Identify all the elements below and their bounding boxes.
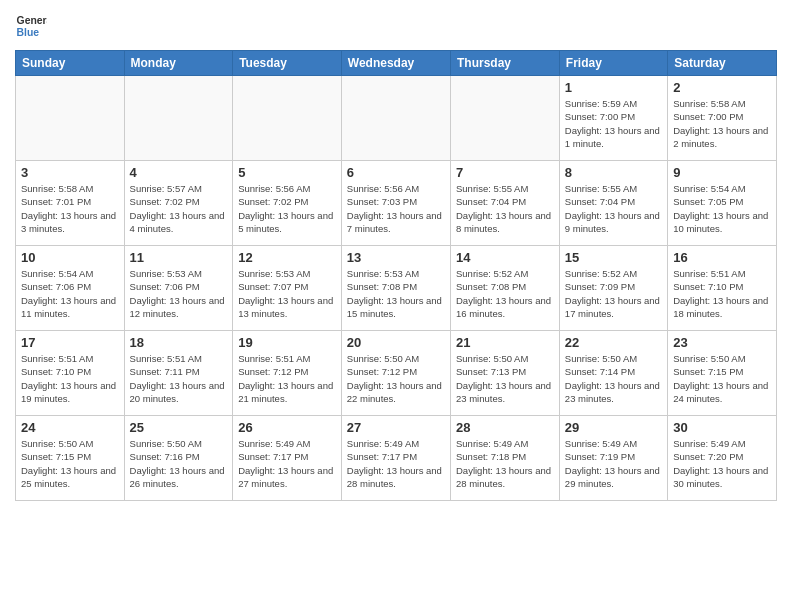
calendar-cell bbox=[233, 76, 342, 161]
day-info: Sunrise: 5:50 AMSunset: 7:12 PMDaylight:… bbox=[347, 352, 445, 405]
day-info: Sunrise: 5:52 AMSunset: 7:09 PMDaylight:… bbox=[565, 267, 662, 320]
day-number: 9 bbox=[673, 165, 771, 180]
day-number: 2 bbox=[673, 80, 771, 95]
calendar-cell: 13Sunrise: 5:53 AMSunset: 7:08 PMDayligh… bbox=[341, 246, 450, 331]
weekday-header-thursday: Thursday bbox=[451, 51, 560, 76]
day-info: Sunrise: 5:51 AMSunset: 7:10 PMDaylight:… bbox=[21, 352, 119, 405]
day-info: Sunrise: 5:50 AMSunset: 7:13 PMDaylight:… bbox=[456, 352, 554, 405]
day-info: Sunrise: 5:51 AMSunset: 7:11 PMDaylight:… bbox=[130, 352, 228, 405]
day-info: Sunrise: 5:49 AMSunset: 7:19 PMDaylight:… bbox=[565, 437, 662, 490]
day-number: 12 bbox=[238, 250, 336, 265]
day-number: 11 bbox=[130, 250, 228, 265]
day-info: Sunrise: 5:51 AMSunset: 7:12 PMDaylight:… bbox=[238, 352, 336, 405]
calendar-cell: 20Sunrise: 5:50 AMSunset: 7:12 PMDayligh… bbox=[341, 331, 450, 416]
calendar-table: SundayMondayTuesdayWednesdayThursdayFrid… bbox=[15, 50, 777, 501]
day-info: Sunrise: 5:59 AMSunset: 7:00 PMDaylight:… bbox=[565, 97, 662, 150]
day-info: Sunrise: 5:56 AMSunset: 7:03 PMDaylight:… bbox=[347, 182, 445, 235]
day-info: Sunrise: 5:51 AMSunset: 7:10 PMDaylight:… bbox=[673, 267, 771, 320]
svg-text:General: General bbox=[17, 15, 47, 26]
calendar-cell: 4Sunrise: 5:57 AMSunset: 7:02 PMDaylight… bbox=[124, 161, 233, 246]
calendar-cell: 28Sunrise: 5:49 AMSunset: 7:18 PMDayligh… bbox=[451, 416, 560, 501]
day-info: Sunrise: 5:50 AMSunset: 7:15 PMDaylight:… bbox=[21, 437, 119, 490]
day-info: Sunrise: 5:54 AMSunset: 7:05 PMDaylight:… bbox=[673, 182, 771, 235]
weekday-header-row: SundayMondayTuesdayWednesdayThursdayFrid… bbox=[16, 51, 777, 76]
day-number: 29 bbox=[565, 420, 662, 435]
weekday-header-saturday: Saturday bbox=[668, 51, 777, 76]
day-number: 23 bbox=[673, 335, 771, 350]
calendar-cell bbox=[341, 76, 450, 161]
calendar-cell: 25Sunrise: 5:50 AMSunset: 7:16 PMDayligh… bbox=[124, 416, 233, 501]
calendar-cell: 23Sunrise: 5:50 AMSunset: 7:15 PMDayligh… bbox=[668, 331, 777, 416]
weekday-header-friday: Friday bbox=[559, 51, 667, 76]
calendar-cell: 30Sunrise: 5:49 AMSunset: 7:20 PMDayligh… bbox=[668, 416, 777, 501]
day-info: Sunrise: 5:54 AMSunset: 7:06 PMDaylight:… bbox=[21, 267, 119, 320]
weekday-header-tuesday: Tuesday bbox=[233, 51, 342, 76]
calendar-cell: 7Sunrise: 5:55 AMSunset: 7:04 PMDaylight… bbox=[451, 161, 560, 246]
calendar-cell: 26Sunrise: 5:49 AMSunset: 7:17 PMDayligh… bbox=[233, 416, 342, 501]
calendar-cell bbox=[124, 76, 233, 161]
day-info: Sunrise: 5:49 AMSunset: 7:20 PMDaylight:… bbox=[673, 437, 771, 490]
day-number: 8 bbox=[565, 165, 662, 180]
day-number: 27 bbox=[347, 420, 445, 435]
day-number: 5 bbox=[238, 165, 336, 180]
weekday-header-wednesday: Wednesday bbox=[341, 51, 450, 76]
calendar-cell: 8Sunrise: 5:55 AMSunset: 7:04 PMDaylight… bbox=[559, 161, 667, 246]
calendar-cell: 14Sunrise: 5:52 AMSunset: 7:08 PMDayligh… bbox=[451, 246, 560, 331]
day-number: 1 bbox=[565, 80, 662, 95]
calendar-cell: 24Sunrise: 5:50 AMSunset: 7:15 PMDayligh… bbox=[16, 416, 125, 501]
day-info: Sunrise: 5:49 AMSunset: 7:17 PMDaylight:… bbox=[238, 437, 336, 490]
calendar-cell: 18Sunrise: 5:51 AMSunset: 7:11 PMDayligh… bbox=[124, 331, 233, 416]
day-number: 16 bbox=[673, 250, 771, 265]
day-info: Sunrise: 5:53 AMSunset: 7:07 PMDaylight:… bbox=[238, 267, 336, 320]
week-row-5: 24Sunrise: 5:50 AMSunset: 7:15 PMDayligh… bbox=[16, 416, 777, 501]
calendar-cell: 1Sunrise: 5:59 AMSunset: 7:00 PMDaylight… bbox=[559, 76, 667, 161]
calendar-cell: 16Sunrise: 5:51 AMSunset: 7:10 PMDayligh… bbox=[668, 246, 777, 331]
day-number: 18 bbox=[130, 335, 228, 350]
weekday-header-monday: Monday bbox=[124, 51, 233, 76]
day-number: 6 bbox=[347, 165, 445, 180]
calendar-cell bbox=[16, 76, 125, 161]
page-header: General Blue bbox=[15, 10, 777, 42]
day-number: 7 bbox=[456, 165, 554, 180]
day-info: Sunrise: 5:49 AMSunset: 7:17 PMDaylight:… bbox=[347, 437, 445, 490]
week-row-1: 1Sunrise: 5:59 AMSunset: 7:00 PMDaylight… bbox=[16, 76, 777, 161]
calendar-cell: 11Sunrise: 5:53 AMSunset: 7:06 PMDayligh… bbox=[124, 246, 233, 331]
day-number: 26 bbox=[238, 420, 336, 435]
calendar-cell: 27Sunrise: 5:49 AMSunset: 7:17 PMDayligh… bbox=[341, 416, 450, 501]
week-row-3: 10Sunrise: 5:54 AMSunset: 7:06 PMDayligh… bbox=[16, 246, 777, 331]
day-number: 10 bbox=[21, 250, 119, 265]
calendar-cell: 21Sunrise: 5:50 AMSunset: 7:13 PMDayligh… bbox=[451, 331, 560, 416]
calendar-cell: 9Sunrise: 5:54 AMSunset: 7:05 PMDaylight… bbox=[668, 161, 777, 246]
day-info: Sunrise: 5:58 AMSunset: 7:00 PMDaylight:… bbox=[673, 97, 771, 150]
day-number: 15 bbox=[565, 250, 662, 265]
day-info: Sunrise: 5:49 AMSunset: 7:18 PMDaylight:… bbox=[456, 437, 554, 490]
day-info: Sunrise: 5:58 AMSunset: 7:01 PMDaylight:… bbox=[21, 182, 119, 235]
calendar-cell: 29Sunrise: 5:49 AMSunset: 7:19 PMDayligh… bbox=[559, 416, 667, 501]
day-number: 3 bbox=[21, 165, 119, 180]
day-number: 25 bbox=[130, 420, 228, 435]
calendar-cell: 10Sunrise: 5:54 AMSunset: 7:06 PMDayligh… bbox=[16, 246, 125, 331]
calendar-cell: 12Sunrise: 5:53 AMSunset: 7:07 PMDayligh… bbox=[233, 246, 342, 331]
day-number: 30 bbox=[673, 420, 771, 435]
day-info: Sunrise: 5:55 AMSunset: 7:04 PMDaylight:… bbox=[456, 182, 554, 235]
svg-text:Blue: Blue bbox=[17, 27, 40, 38]
day-info: Sunrise: 5:50 AMSunset: 7:14 PMDaylight:… bbox=[565, 352, 662, 405]
day-number: 24 bbox=[21, 420, 119, 435]
day-number: 14 bbox=[456, 250, 554, 265]
day-number: 13 bbox=[347, 250, 445, 265]
day-info: Sunrise: 5:57 AMSunset: 7:02 PMDaylight:… bbox=[130, 182, 228, 235]
day-info: Sunrise: 5:50 AMSunset: 7:16 PMDaylight:… bbox=[130, 437, 228, 490]
weekday-header-sunday: Sunday bbox=[16, 51, 125, 76]
day-info: Sunrise: 5:53 AMSunset: 7:06 PMDaylight:… bbox=[130, 267, 228, 320]
logo-icon: General Blue bbox=[15, 10, 47, 42]
week-row-4: 17Sunrise: 5:51 AMSunset: 7:10 PMDayligh… bbox=[16, 331, 777, 416]
day-info: Sunrise: 5:52 AMSunset: 7:08 PMDaylight:… bbox=[456, 267, 554, 320]
calendar-cell: 6Sunrise: 5:56 AMSunset: 7:03 PMDaylight… bbox=[341, 161, 450, 246]
calendar-cell: 2Sunrise: 5:58 AMSunset: 7:00 PMDaylight… bbox=[668, 76, 777, 161]
day-number: 28 bbox=[456, 420, 554, 435]
logo: General Blue bbox=[15, 10, 47, 42]
calendar-cell: 5Sunrise: 5:56 AMSunset: 7:02 PMDaylight… bbox=[233, 161, 342, 246]
day-number: 20 bbox=[347, 335, 445, 350]
week-row-2: 3Sunrise: 5:58 AMSunset: 7:01 PMDaylight… bbox=[16, 161, 777, 246]
day-number: 17 bbox=[21, 335, 119, 350]
